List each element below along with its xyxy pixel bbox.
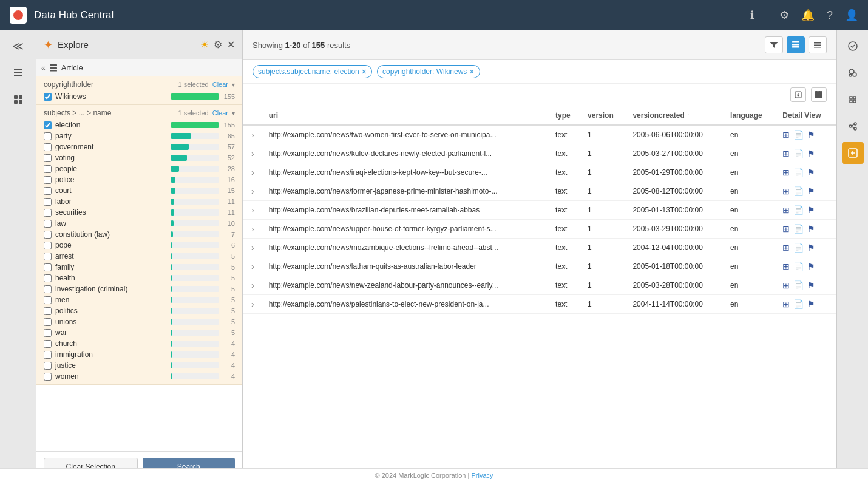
row-action-flag-5[interactable]: ⚑ xyxy=(807,224,815,234)
chk-subj-2-checkbox[interactable] xyxy=(44,143,52,151)
chk-subj-12-label[interactable]: arrest xyxy=(55,252,167,260)
chk-subj-23-label[interactable]: women xyxy=(55,372,167,381)
row-action-flag-7[interactable]: ⚑ xyxy=(807,262,815,271)
user-icon[interactable]: 👤 xyxy=(845,8,858,22)
row-uri-8[interactable]: http://example.com/news/new-zealand-labo… xyxy=(263,276,549,295)
chk-subj-7-label[interactable]: labor xyxy=(55,197,167,206)
row-action-flag-8[interactable]: ⚑ xyxy=(807,280,815,290)
chk-subj-0-label[interactable]: election xyxy=(55,121,167,129)
chk-subj-14-label[interactable]: health xyxy=(55,274,167,282)
row-expand-btn-1[interactable]: › xyxy=(249,149,257,158)
explore-gear-icon[interactable]: ⚙ xyxy=(214,39,222,50)
chk-subj-2-label[interactable]: government xyxy=(55,143,167,151)
row-action-grid-3[interactable]: ⊞ xyxy=(782,186,790,196)
row-uri-0[interactable]: http://example.com/news/two-women-first-… xyxy=(263,125,549,144)
row-action-doc-6[interactable]: 📄 xyxy=(793,243,804,253)
chk-subj-12-checkbox[interactable] xyxy=(44,253,52,260)
chk-subj-3-checkbox[interactable] xyxy=(44,154,52,162)
chk-subj-10-label[interactable]: constitution (law) xyxy=(55,230,167,239)
col-type[interactable]: type xyxy=(549,106,581,125)
chk-subj-18-label[interactable]: unions xyxy=(55,317,167,326)
view-filter-icon[interactable] xyxy=(765,36,783,53)
rs-icon-3[interactable] xyxy=(842,89,864,110)
chk-subj-1-label[interactable]: party xyxy=(55,132,167,140)
help-icon[interactable]: ? xyxy=(827,9,833,22)
chk-subj-4-label[interactable]: people xyxy=(55,165,167,173)
row-action-doc-9[interactable]: 📄 xyxy=(793,299,804,309)
filter-tag-election-remove[interactable]: × xyxy=(362,67,367,76)
row-action-doc-7[interactable]: 📄 xyxy=(793,262,804,271)
row-uri-6[interactable]: http://example.com/news/mozambique-elect… xyxy=(263,239,549,257)
chk-subj-13-checkbox[interactable] xyxy=(44,263,52,271)
chk-subj-15-checkbox[interactable] xyxy=(44,285,52,293)
row-action-doc-1[interactable]: 📄 xyxy=(793,149,804,158)
row-action-flag-0[interactable]: ⚑ xyxy=(807,130,815,140)
toolbar-columns-icon[interactable] xyxy=(811,87,827,102)
chk-subj-14-checkbox[interactable] xyxy=(44,274,52,282)
chk-subj-21-checkbox[interactable] xyxy=(44,351,52,359)
chk-subj-0-checkbox[interactable] xyxy=(44,121,52,129)
row-action-grid-0[interactable]: ⊞ xyxy=(782,130,790,140)
row-expand-btn-5[interactable]: › xyxy=(249,224,257,234)
explore-sun-icon[interactable]: ☀ xyxy=(200,39,209,50)
row-expand-btn-9[interactable]: › xyxy=(249,299,257,309)
row-action-flag-3[interactable]: ⚑ xyxy=(807,186,815,196)
row-action-grid-8[interactable]: ⊞ xyxy=(782,280,790,290)
footer-privacy-link[interactable]: Privacy xyxy=(471,472,493,479)
chk-subj-15-label[interactable]: investigation (criminal) xyxy=(55,285,167,293)
row-action-doc-5[interactable]: 📄 xyxy=(793,224,804,234)
row-action-doc-2[interactable]: 📄 xyxy=(793,168,804,177)
filter-tag-wikinews-remove[interactable]: × xyxy=(469,67,474,76)
chk-subj-23-checkbox[interactable] xyxy=(44,373,52,381)
col-uri[interactable]: uri xyxy=(263,106,549,125)
row-action-grid-5[interactable]: ⊞ xyxy=(782,224,790,234)
chk-subj-17-label[interactable]: politics xyxy=(55,307,167,315)
chk-subj-4-checkbox[interactable] xyxy=(44,165,52,173)
left-sidebar-table-icon[interactable] xyxy=(7,62,29,84)
row-action-grid-6[interactable]: ⊞ xyxy=(782,243,790,253)
rs-icon-4[interactable] xyxy=(842,115,864,137)
notifications-icon[interactable]: 🔔 xyxy=(801,8,815,22)
row-action-flag-9[interactable]: ⚑ xyxy=(807,299,815,309)
row-expand-btn-3[interactable]: › xyxy=(249,186,257,196)
row-action-doc-4[interactable]: 📄 xyxy=(793,205,804,215)
row-uri-9[interactable]: http://example.com/news/palestinians-to-… xyxy=(263,295,549,314)
chk-subj-16-checkbox[interactable] xyxy=(44,296,52,304)
view-list-icon[interactable] xyxy=(809,36,827,53)
chk-subj-6-label[interactable]: court xyxy=(55,186,167,195)
chk-subj-5-label[interactable]: police xyxy=(55,175,167,184)
row-action-doc-0[interactable]: 📄 xyxy=(793,130,804,140)
rs-icon-2[interactable] xyxy=(842,62,864,84)
row-expand-btn-4[interactable]: › xyxy=(249,205,257,215)
row-action-doc-3[interactable]: 📄 xyxy=(793,186,804,196)
chk-subj-11-label[interactable]: pope xyxy=(55,241,167,249)
chk-subj-11-checkbox[interactable] xyxy=(44,242,52,249)
chk-subj-3-label[interactable]: voting xyxy=(55,154,167,162)
chk-subj-10-checkbox[interactable] xyxy=(44,231,52,239)
row-action-grid-7[interactable]: ⊞ xyxy=(782,262,790,271)
row-uri-7[interactable]: http://example.com/news/latham-quits-as-… xyxy=(263,257,549,276)
chk-subj-17-checkbox[interactable] xyxy=(44,307,52,315)
left-sidebar-grid-icon[interactable] xyxy=(7,89,29,110)
chk-subj-8-checkbox[interactable] xyxy=(44,209,52,217)
row-action-flag-4[interactable]: ⚑ xyxy=(807,205,815,215)
settings-icon[interactable]: ⚙ xyxy=(779,8,789,22)
rs-icon-5[interactable] xyxy=(842,142,864,164)
subjects-clear-btn[interactable]: Clear xyxy=(212,109,228,117)
row-expand-btn-7[interactable]: › xyxy=(249,262,257,271)
wikinews-checkbox[interactable] xyxy=(44,93,52,101)
row-action-flag-1[interactable]: ⚑ xyxy=(807,149,815,158)
row-action-grid-9[interactable]: ⊞ xyxy=(782,299,790,309)
row-uri-2[interactable]: http://example.com/news/iraqi-elections-… xyxy=(263,163,549,182)
row-expand-btn-6[interactable]: › xyxy=(249,243,257,253)
chk-subj-20-label[interactable]: church xyxy=(55,339,167,348)
chk-subj-13-label[interactable]: family xyxy=(55,263,167,271)
view-grid-icon[interactable] xyxy=(787,36,805,53)
chk-subj-9-label[interactable]: law xyxy=(55,219,167,228)
row-action-grid-4[interactable]: ⊞ xyxy=(782,205,790,215)
chk-subj-16-label[interactable]: men xyxy=(55,296,167,304)
row-expand-btn-0[interactable]: › xyxy=(249,130,257,140)
col-version[interactable]: version xyxy=(581,106,626,125)
col-language[interactable]: language xyxy=(724,106,776,125)
row-uri-3[interactable]: http://example.com/news/former-japanese-… xyxy=(263,182,549,201)
